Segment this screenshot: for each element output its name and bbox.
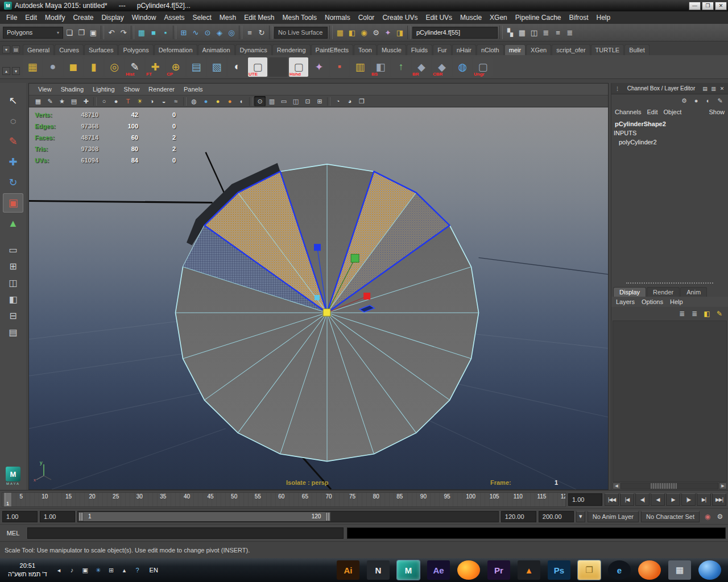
layout-four-view[interactable]: ⊞ (3, 259, 23, 274)
shelf-tab-curves[interactable]: Curves (55, 44, 84, 55)
input-connections-icon[interactable]: ≡ (244, 27, 255, 38)
last-tool-used[interactable]: ▲ (3, 214, 23, 233)
command-line-input[interactable] (27, 527, 344, 539)
shelf-uv-automatic[interactable]: ▧ (207, 57, 226, 77)
menu-color[interactable]: Color (354, 12, 379, 23)
command-line-language-label[interactable]: MEL (2, 530, 24, 537)
tray-volume-icon[interactable]: ♪ (67, 565, 77, 575)
taskbar-app-orange[interactable] (638, 560, 661, 580)
grid-layout-icon-1[interactable]: ▚ (504, 27, 516, 38)
select-camera-icon[interactable]: ▦ (32, 96, 44, 106)
animation-start-field[interactable]: 1.00 (2, 511, 38, 522)
manipulator-center-handle[interactable] (323, 309, 330, 316)
status-group-separator[interactable] (269, 26, 272, 39)
channel-box-menu-object[interactable]: Object (663, 109, 681, 115)
rotate-tool[interactable]: ↻ (3, 173, 23, 192)
shelf-ungroup[interactable]: ▢Ungr (473, 57, 493, 77)
snap-to-curve-icon[interactable]: ∿ (190, 27, 201, 38)
menu-modify[interactable]: Modify (41, 12, 69, 23)
quick-selection-field[interactable]: pCylinder4.f[55] (412, 27, 498, 39)
move-tool[interactable]: ✚ (3, 152, 23, 172)
go-to-playback-end-button[interactable]: ▶▶| (712, 493, 726, 506)
shelf-tab-polygons[interactable]: Polygons (118, 44, 153, 55)
redo-icon[interactable]: ↷ (118, 27, 129, 38)
scroll-right-button[interactable]: ▶ (719, 483, 727, 489)
menu-display[interactable]: Display (97, 12, 127, 23)
shelf-tab-nhair[interactable]: nHair (452, 44, 476, 55)
status-group-separator[interactable] (131, 26, 134, 39)
shelf-tab-script-ofer[interactable]: script_ofer (552, 44, 590, 55)
layer-menu-help[interactable]: Help (670, 298, 683, 305)
ipr-render-icon[interactable]: ◉ (358, 27, 370, 38)
shelf-uv-checker[interactable]: ◐ (228, 57, 247, 77)
tool-settings-toggle-icon[interactable]: ≡ (552, 27, 564, 38)
paint-effects-icon[interactable]: ✦ (382, 27, 394, 38)
shelf-tab-animation[interactable]: Animation (198, 44, 235, 55)
default-material-icon[interactable]: ● (200, 96, 212, 106)
layer-paint-icon[interactable]: ◧ (702, 309, 712, 319)
attribute-editor-toggle-icon[interactable]: ≣ (540, 27, 552, 38)
contrast-icon[interactable]: ◕ (344, 96, 355, 106)
lasso-tool[interactable]: ◌ (3, 111, 23, 131)
language-indicator[interactable]: EN (146, 567, 162, 573)
viewport-menu-renderer[interactable]: Renderer (144, 86, 179, 93)
panel-separator[interactable] (626, 282, 713, 284)
shelf-poly-cylinder[interactable]: ▮ (84, 57, 104, 77)
grease-pencil-icon[interactable]: ✎ (44, 96, 56, 106)
layer-tab-render[interactable]: Render (647, 287, 680, 297)
shelf-hypershade[interactable]: ▢Hshd (289, 57, 308, 77)
save-scene-icon[interactable]: ▣ (88, 27, 99, 38)
render-settings-icon[interactable]: ⚙ (370, 27, 382, 38)
current-frame-marker[interactable]: 1 (5, 493, 11, 506)
shelf-tab-painteffects[interactable]: PaintEffects (311, 44, 354, 55)
shelf-export-arrow[interactable]: ↑ (391, 57, 411, 77)
select-tool[interactable]: ↖ (3, 91, 23, 110)
occlusion-icon[interactable]: ◒ (158, 96, 169, 106)
taskbar-app-vlc[interactable]: ▲ (518, 560, 540, 580)
select-by-object-icon[interactable]: ■ (148, 27, 159, 38)
shelf-tab-fluids[interactable]: Fluids (407, 44, 432, 55)
taskbar-app-illustrator[interactable]: Ai (337, 560, 359, 580)
shelf-paint-effects[interactable]: ✦ (309, 57, 329, 77)
smooth-shaded-icon[interactable]: ● (110, 96, 122, 106)
shelf-tab-meir[interactable]: meir (504, 44, 526, 55)
select-by-hierarchy-icon[interactable]: ▦ (136, 27, 147, 38)
status-group-separator[interactable] (101, 26, 104, 39)
selection-mode-dropdown[interactable]: Polygons ▾ (3, 27, 63, 39)
new-layer-from-selected-icon[interactable]: ≣ (689, 309, 700, 319)
manipulator-y-handle[interactable] (314, 244, 321, 251)
channel-box-menu-show[interactable]: Show (709, 109, 725, 115)
menu-bifrost[interactable]: Bifrost (565, 12, 593, 23)
menu-help[interactable]: Help (593, 12, 615, 23)
channel-box-object-name[interactable]: pCylinderShape2 (611, 120, 728, 130)
menu-window[interactable]: Window (128, 12, 160, 23)
layer-edit-icon[interactable]: ✎ (714, 309, 725, 319)
taskbar-app-after-effects[interactable]: Ae (427, 560, 450, 580)
taskbar-app-viewer[interactable]: N (367, 560, 390, 580)
menu-create[interactable]: Create (69, 12, 97, 23)
menu-mesh-tools[interactable]: Mesh Tools (279, 12, 321, 23)
shelf-tab-list-button[interactable]: ▤ (12, 45, 20, 53)
status-group-separator[interactable] (173, 26, 176, 39)
scrollbar-thumb[interactable] (651, 483, 677, 489)
shelf-red-node[interactable]: ▪ (330, 57, 349, 77)
anim-layer-button[interactable]: No Anim Layer (588, 511, 639, 522)
shelf-uv-planar[interactable]: ▤ (187, 57, 206, 77)
time-slider[interactable]: 5101520253035404550556065707580859095100… (2, 492, 566, 507)
shelf-tab-turtle[interactable]: TURTLE (591, 44, 624, 55)
snap-to-plane-icon[interactable]: ◈ (214, 27, 225, 38)
layout-two-stacked[interactable]: ⊟ (3, 308, 23, 323)
shadows-icon[interactable]: ◑ (146, 96, 158, 106)
camera-bookmark-icon[interactable]: ★ (56, 96, 68, 106)
menu-select[interactable]: Select (188, 12, 215, 23)
shelf-poly-torus[interactable]: ◎ (105, 57, 124, 77)
channel-box-menu-channels[interactable]: Channels (615, 109, 641, 115)
shelf-menu-button[interactable]: ▾ (2, 45, 10, 53)
shelf-delete-history[interactable]: ✎Hist (125, 57, 144, 77)
shelf-poly-cube[interactable]: ◼ (64, 57, 83, 77)
tray-help-icon[interactable]: ? (133, 565, 143, 575)
taskbar-app-photoshop[interactable]: Ps (548, 560, 570, 580)
snap-to-point-icon[interactable]: ⊙ (202, 27, 213, 38)
taskbar-app-explorer[interactable]: ❐ (578, 560, 601, 580)
shelf-scroll-down-button[interactable]: ▾ (12, 67, 20, 75)
